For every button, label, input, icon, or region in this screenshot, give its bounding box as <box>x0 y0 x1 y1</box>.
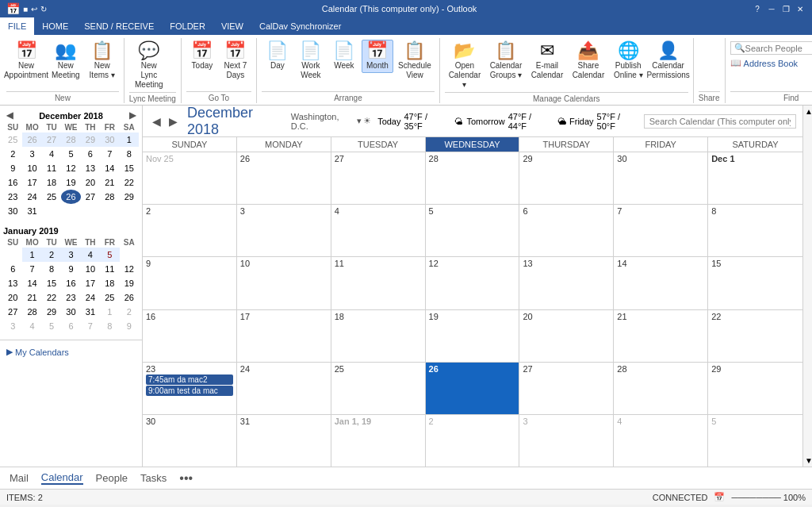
cal-cell[interactable]: 3 <box>237 205 331 256</box>
mini-cal-cell[interactable]: 21 <box>22 290 41 305</box>
mini-cal-cell[interactable]: 18 <box>42 175 61 190</box>
mini-cal-cell[interactable]: 20 <box>3 290 22 305</box>
mini-cal-cell[interactable]: 5 <box>61 147 80 161</box>
cal-cell[interactable]: 26 <box>237 152 331 204</box>
cal-cell[interactable]: Nov 25 <box>143 152 237 204</box>
cal-cell[interactable]: 13 <box>519 257 614 309</box>
mini-cal-cell[interactable]: 22 <box>120 175 139 190</box>
mini-cal-cell[interactable]: 8 <box>42 262 61 276</box>
cal-cell[interactable]: 14 <box>614 257 708 309</box>
mini-cal-cell[interactable]: 30 <box>100 133 119 147</box>
mini-cal-cell[interactable]: 4 <box>22 319 41 333</box>
mini-cal-cell[interactable]: 28 <box>22 305 41 319</box>
mini-cal-cell[interactable]: 9 <box>61 262 80 276</box>
share-calendar-button[interactable]: 📤 ShareCalendar <box>569 40 608 83</box>
mini-cal-today[interactable]: 26 <box>61 190 80 204</box>
cal-cell[interactable]: 27 <box>331 152 426 204</box>
nav-tasks[interactable]: Tasks <box>140 472 167 484</box>
mini-cal-cell[interactable]: 27 <box>42 133 61 147</box>
cal-cell[interactable]: 12 <box>426 257 520 309</box>
mini-cal-cell[interactable]: 12 <box>120 262 139 276</box>
cal-event[interactable]: 9:00am test da mac <box>146 386 233 396</box>
mini-cal-cell[interactable]: 10 <box>22 161 41 175</box>
menu-item-file[interactable]: FILE <box>0 17 34 35</box>
scroll-up[interactable]: ▲ <box>803 106 812 117</box>
email-calendar-button[interactable]: ✉ E-mailCalendar <box>527 40 567 83</box>
mini-cal-cell[interactable]: 2 <box>120 305 139 319</box>
cal-cell[interactable]: 4 <box>614 415 708 467</box>
mini-cal-cell[interactable]: 19 <box>120 276 139 290</box>
calendar-groups-button[interactable]: 📋 CalendarGroups ▾ <box>486 40 526 83</box>
mini-cal-cell[interactable]: 8 <box>120 147 139 161</box>
calendar-permissions-button[interactable]: 👤 CalendarPermissions <box>649 40 688 83</box>
mini-cal-cell[interactable]: 11 <box>100 262 119 276</box>
cal-cell[interactable]: 4 <box>331 205 426 256</box>
mini-cal-cell[interactable]: 25 <box>100 290 119 305</box>
cal-cell[interactable]: 28 <box>614 363 708 414</box>
cal-cell[interactable]: 29 <box>519 152 614 204</box>
nav-mail[interactable]: Mail <box>10 472 29 484</box>
mini-cal-cell[interactable]: 21 <box>100 175 119 190</box>
cal-next-button[interactable]: ▶ <box>166 113 181 129</box>
scrollbar[interactable]: ▲ ▼ <box>802 106 812 467</box>
mini-cal-cell[interactable]: 28 <box>100 190 119 204</box>
mini-cal-cell[interactable]: 13 <box>3 276 22 290</box>
cal-cell[interactable]: 24 <box>237 363 331 414</box>
workweek-view-button[interactable]: 📄 WorkWeek <box>295 40 327 83</box>
nav-more-button[interactable]: ••• <box>179 471 193 486</box>
new-items-button[interactable]: 📋 NewItems ▾ <box>86 40 119 83</box>
mini-cal-cell[interactable]: 25 <box>3 133 22 147</box>
my-calendars-toggle[interactable]: ▶ My Calendars <box>6 347 136 357</box>
mini-cal-cell[interactable]: 6 <box>61 319 80 333</box>
day-view-button[interactable]: 📄 Day <box>262 40 293 73</box>
address-book-button[interactable]: 📖 Address Book <box>730 58 798 68</box>
mini-cal-cell[interactable]: 5 <box>100 248 119 262</box>
mini-cal-cell[interactable]: 26 <box>120 290 139 305</box>
mini-cal-cell[interactable]: 7 <box>22 262 41 276</box>
cal-cell[interactable]: 31 <box>237 415 331 467</box>
search-people-box[interactable]: 🔍 <box>730 41 812 55</box>
mini-cal-cell[interactable]: 6 <box>81 147 100 161</box>
mini-cal-cell[interactable]: 23 <box>3 190 22 204</box>
cal-cell[interactable]: 19 <box>426 310 520 362</box>
mini-cal-cell[interactable]: 24 <box>22 190 41 204</box>
mini-cal-cell[interactable]: 1 <box>120 133 139 147</box>
mini-cal-cell[interactable]: 18 <box>100 276 119 290</box>
mini-cal-cell[interactable]: 19 <box>61 175 80 190</box>
mini-cal-cell[interactable]: 4 <box>42 147 61 161</box>
mini-cal-cell[interactable]: 2 <box>3 147 22 161</box>
cal-cell[interactable]: 30 <box>143 415 237 467</box>
mini-cal-cell[interactable]: 31 <box>81 305 100 319</box>
cal-cell[interactable]: 25 <box>331 363 426 414</box>
week-view-button[interactable]: 📄 Week <box>328 40 360 73</box>
menu-item-send-receive[interactable]: SEND / RECEIVE <box>76 17 162 35</box>
cal-cell[interactable]: 8 <box>708 205 802 256</box>
mini-cal-cell[interactable]: 30 <box>61 305 80 319</box>
mini-cal-cell[interactable]: 6 <box>3 262 22 276</box>
menu-item-view[interactable]: VIEW <box>213 17 251 35</box>
mini-cal-cell[interactable]: 7 <box>100 147 119 161</box>
mini-cal-cell[interactable]: 7 <box>81 319 100 333</box>
mini-cal-cell[interactable]: 10 <box>81 262 100 276</box>
mini-cal-cell[interactable]: 29 <box>120 190 139 204</box>
nav-people[interactable]: People <box>96 472 128 484</box>
mini-cal-cell[interactable]: 28 <box>61 133 80 147</box>
mini-cal-cell[interactable]: 14 <box>22 276 41 290</box>
mini-cal-cell[interactable]: 24 <box>81 290 100 305</box>
mini-cal-cell[interactable]: 30 <box>3 204 22 218</box>
mini-cal-cell[interactable]: 9 <box>3 161 22 175</box>
mini-cal-cell[interactable]: 12 <box>61 161 80 175</box>
new-meeting-button[interactable]: 👥 NewMeeting <box>48 40 84 83</box>
mini-cal-cell[interactable]: 25 <box>42 190 61 204</box>
cal-cell[interactable]: Jan 1, 19 <box>331 415 426 467</box>
cal-today-cell[interactable]: 26 <box>426 363 520 414</box>
mini-cal-cell[interactable]: 27 <box>3 305 22 319</box>
next7days-button[interactable]: 📅 Next 7Days <box>220 40 251 83</box>
cal-cell[interactable]: 23 7:45am da mac2 9:00am test da mac <box>143 363 237 414</box>
cal-cell[interactable]: 11 <box>331 257 426 309</box>
menu-item-home[interactable]: HOME <box>34 17 76 35</box>
cal-cell[interactable]: 21 <box>614 310 708 362</box>
cal-cell[interactable]: 22 <box>708 310 802 362</box>
mini-cal-cell[interactable]: 16 <box>61 276 80 290</box>
mini-cal-cell[interactable]: 27 <box>81 190 100 204</box>
